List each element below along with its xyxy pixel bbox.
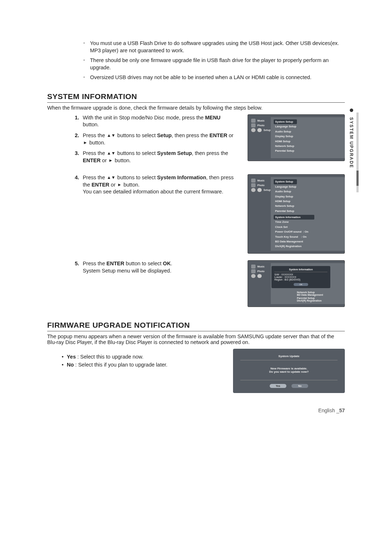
gear-icon	[257, 188, 262, 192]
no-option: No : Select this if you plan to upgrade …	[62, 361, 223, 369]
side-tab-label: SYSTEM UPGRADE	[349, 117, 354, 168]
right-arrow-icon: ►	[108, 158, 113, 163]
right-arrow-icon: ►	[117, 182, 122, 187]
globe-icon	[251, 188, 256, 192]
right-arrow-icon: ►	[83, 140, 88, 145]
firmware-upgrade-heading: FIRMWARE UPGRADE NOTIFICATION	[47, 321, 345, 331]
menu-item: BD Data Management	[274, 239, 314, 244]
steps-list-3: Press the ENTER button to select OK. Sys…	[47, 260, 237, 274]
step-1: With the unit in Stop mode/No Disc mode,…	[83, 114, 237, 128]
side-index-marker	[356, 171, 359, 186]
osd-system-setup-screenshot: Music Photo Setup System Setup Language …	[248, 174, 345, 254]
menu-item: System Information	[274, 215, 314, 220]
osd-left-nav: Music Photo	[248, 263, 271, 279]
photo-icon	[251, 269, 256, 273]
ok-button: OK	[294, 283, 308, 286]
osd-setup-menu-screenshot: Music Photo Setup System Setup Language …	[248, 114, 345, 161]
osd-system-update-popup-screenshot: System Update New Firmware is available.…	[233, 349, 345, 393]
osd-left-nav: Music Photo Setup	[248, 177, 271, 193]
menu-item: System Setup	[274, 179, 297, 184]
gear-icon	[257, 128, 262, 132]
gear-icon	[257, 274, 262, 278]
steps-list-2: Press the ▲▼ buttons to select System In…	[47, 174, 237, 196]
page-footer: English _57	[47, 408, 345, 413]
osd-system-information-dialog-screenshot: Music Photo System Information S/W : XXX…	[248, 260, 345, 307]
step-4: Press the ▲▼ buttons to select System In…	[83, 174, 237, 196]
step-2: Press the ▲▼ buttons to select Setup, th…	[83, 132, 237, 146]
step-5: Press the ENTER button to select OK. Sys…	[83, 260, 237, 274]
page-number: 57	[339, 408, 345, 413]
photo-icon	[251, 123, 256, 127]
yes-button: Yes	[270, 384, 286, 388]
menu-item: HDMI Setup	[274, 139, 297, 143]
menu-item: DivX(R) Registration	[274, 244, 314, 249]
note-item: Oversized USB drives may not be able to …	[83, 74, 345, 81]
menu-item: HDMI Setup	[274, 199, 297, 204]
menu-item: Clock Set	[274, 225, 314, 229]
menu-item: Display Setup	[274, 194, 297, 199]
modal-line: S/W : XXXXXXX	[274, 273, 327, 276]
menu-item: Language Setup	[274, 124, 297, 129]
update-title: System Update	[240, 355, 338, 360]
yes-option: Yes : Select this to upgrade now.	[62, 353, 223, 361]
update-line: Do you want to update now?	[240, 370, 338, 373]
osd-left-nav: Music Photo Setup	[248, 117, 271, 134]
menu-item: Network Setup	[274, 144, 297, 148]
music-icon	[251, 179, 256, 183]
firmware-upgrade-intro: The popup menu appears when a newer vers…	[47, 334, 345, 345]
system-info-modal: System Information S/W : XXXXXXX Loader …	[271, 266, 330, 288]
bullet-icon: ●	[349, 105, 354, 115]
menu-item: Audio Setup	[274, 129, 297, 134]
globe-icon	[251, 274, 256, 278]
modal-title: System Information	[274, 268, 327, 272]
menu-item: Network Setup	[274, 204, 297, 208]
menu-item: Audio Setup	[274, 189, 297, 194]
note-item: There should be only one firmware upgrad…	[83, 57, 345, 71]
menu-item: System Setup	[274, 119, 297, 124]
menu-item: Display Setup	[274, 134, 297, 139]
music-icon	[251, 265, 256, 269]
step-3: Press the ▲▼ buttons to select System Se…	[83, 150, 237, 164]
no-button: No	[291, 384, 308, 388]
up-down-arrow-icon: ▲▼	[106, 175, 116, 180]
menu-item: Power On/Off sound : On	[274, 229, 314, 234]
up-down-arrow-icon: ▲▼	[106, 151, 116, 156]
menu-item: Language Setup	[274, 184, 297, 189]
menu-item: Parental Setup	[274, 208, 297, 213]
yes-no-list: Yes : Select this to upgrade now. No : S…	[62, 353, 223, 369]
menu-item: Touch Key Sound : On	[274, 234, 314, 239]
globe-icon	[251, 128, 256, 132]
under-row: Network SetupBD Data Management	[271, 290, 345, 296]
menu-item: Parental Setup	[274, 148, 297, 153]
footer-language: English _	[318, 408, 339, 413]
note-item: You must use a USB Flash Drive to do sof…	[83, 40, 345, 54]
music-icon	[251, 119, 256, 123]
system-information-heading: SYSTEM INFORMATION	[47, 92, 345, 103]
photo-icon	[251, 183, 256, 187]
update-line: New Firmware is available.	[240, 367, 338, 370]
under-row: Parental SetupDivX(R) Registration	[271, 296, 345, 302]
system-information-intro: When the firmware upgrade is done, check…	[47, 105, 345, 111]
steps-list-1: With the unit in Stop mode/No Disc mode,…	[47, 114, 237, 164]
menu-item: Time Zone	[274, 220, 314, 224]
modal-line: Loader : XXXXXXX	[274, 276, 327, 278]
usb-notes-list: You must use a USB Flash Drive to do sof…	[83, 40, 345, 81]
up-down-arrow-icon: ▲▼	[106, 133, 116, 138]
side-tab: ● SYSTEM UPGRADE	[349, 105, 354, 168]
modal-line: Region : B/2 (BD/DVD)	[274, 278, 327, 281]
